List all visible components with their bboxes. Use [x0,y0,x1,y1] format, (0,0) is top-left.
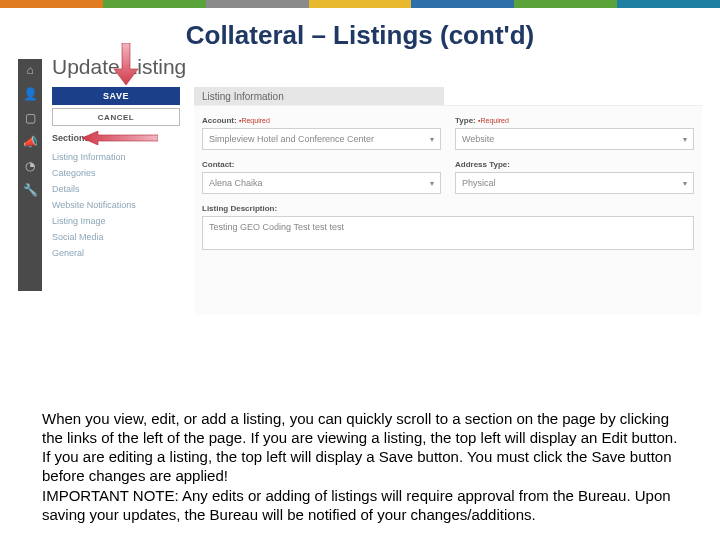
section-link[interactable]: Social Media [52,229,180,245]
section-link[interactable]: Website Notifications [52,197,180,213]
address-type-label: Address Type: [455,160,694,169]
section-link[interactable]: Details [52,181,180,197]
section-link[interactable]: Listing Image [52,213,180,229]
top-color-bar [0,0,720,8]
arrow-to-sections-icon [82,131,158,145]
image-icon[interactable]: ▢ [23,111,37,125]
form-panel: Account: ▪Required Simpleview Hotel and … [194,105,702,315]
contact-select[interactable]: Alena Chaika [202,172,441,194]
listing-info-header: Listing Information [194,87,444,105]
slide-body-text: When you view, edit, or add a listing, y… [42,409,678,524]
account-label: Account: ▪Required [202,116,441,125]
section-link[interactable]: Listing Information [52,149,180,165]
type-select[interactable]: Website [455,128,694,150]
home-icon[interactable]: ⌂ [23,63,37,77]
megaphone-icon[interactable]: 📣 [23,135,37,149]
account-select[interactable]: Simpleview Hotel and Conference Center [202,128,441,150]
wrench-icon[interactable]: 🔧 [23,183,37,197]
description-textarea[interactable]: Testing GEO Coding Test test test [202,216,694,250]
user-icon[interactable]: 👤 [23,87,37,101]
section-link[interactable]: General [52,245,180,261]
type-label: Type: ▪Required [455,116,694,125]
contact-label: Contact: [202,160,441,169]
section-link[interactable]: Categories [52,165,180,181]
save-button[interactable]: SAVE [52,87,180,105]
app-screenshot: ⌂ 👤 ▢ 📣 ◔ 🔧 Update Listing SAVE CANCEL S… [18,59,702,327]
arrow-to-save-icon [108,43,144,85]
sections-nav: Listing Information Categories Details W… [52,149,180,261]
chart-icon[interactable]: ◔ [23,159,37,173]
description-label: Listing Description: [202,204,694,213]
left-icon-rail: ⌂ 👤 ▢ 📣 ◔ 🔧 [18,59,42,291]
cancel-button[interactable]: CANCEL [52,108,180,126]
address-type-select[interactable]: Physical [455,172,694,194]
